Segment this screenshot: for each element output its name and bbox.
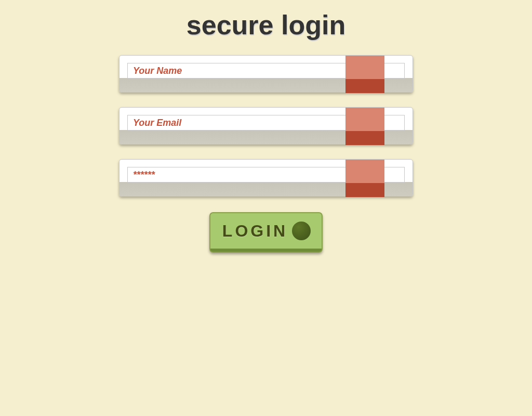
email-input[interactable] xyxy=(127,115,405,131)
password-field-container xyxy=(119,159,413,197)
email-field-container xyxy=(119,107,413,145)
login-indicator-icon xyxy=(292,222,311,240)
login-container: secure login LOGIN xyxy=(0,0,532,253)
submit-wrapper: LOGIN xyxy=(119,211,413,253)
page-title: secure login xyxy=(0,9,532,41)
name-field-container xyxy=(119,55,413,93)
login-form: LOGIN xyxy=(119,55,413,253)
name-input[interactable] xyxy=(127,63,405,79)
login-button-label: LOGIN xyxy=(222,222,288,241)
password-input[interactable] xyxy=(127,167,405,183)
login-button[interactable]: LOGIN xyxy=(209,212,323,253)
